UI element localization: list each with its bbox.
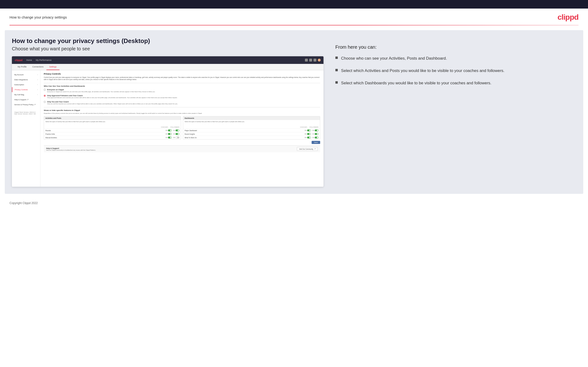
radio-desc-followers: Only approved followers and coaches you … <box>47 97 177 99</box>
radio-circle-followers <box>44 95 46 97</box>
external-link-icon: ↗ <box>314 148 316 150</box>
sidebar-data-integrations: Data Integrations › <box>12 77 40 82</box>
mock-save-button[interactable]: Save <box>311 141 320 144</box>
list-item-2: Select which Activities and Posts you wo… <box>335 68 576 74</box>
dashboards-table-header: Dashboards <box>183 117 320 120</box>
radio-everyone: Everyone on Clippd Everyone on Clippd ca… <box>44 89 320 93</box>
radio-label-everyone: Everyone on Clippd <box>47 89 155 91</box>
mock-help-title: Help & Support <box>46 147 96 150</box>
dashboards-table-desc: Select the types of activity that you'd … <box>183 120 320 123</box>
table-row-what-to-work-on: What To Work On ON ON <box>183 136 320 139</box>
activities-table-desc: Select the types of activity that you'd … <box>44 120 181 123</box>
mock-tabs: My Profile Connections Settings <box>12 64 323 70</box>
list-item-1: Choose who can see your Activities, Post… <box>335 56 576 61</box>
mock-navbar: clippd Home My Performance <box>12 56 323 64</box>
toggle-ri-coaches: ON <box>304 133 311 135</box>
mock-divider-1 <box>44 83 320 83</box>
sidebar-version: Clippd Client Version: 2022.8.2SQL Serve… <box>12 109 40 117</box>
toggle-pd-coaches: ON <box>304 129 311 131</box>
chevron-icon: › <box>37 89 38 91</box>
mock-tables: Activities and Posts Select the types of… <box>44 116 320 139</box>
sidebar-my-golf-bag: My Golf Bag › <box>12 92 40 97</box>
dashboards-table-subheader: COACHES FOLLOWERS <box>183 126 320 128</box>
header-title: How to change your privacy settings <box>9 15 67 19</box>
activities-table-header: Activities and Posts <box>44 117 181 120</box>
dashboards-table: Dashboards Select the types of activity … <box>183 116 320 139</box>
mock-nav-performance: My Performance <box>36 59 51 61</box>
sidebar-my-account: My Account › <box>12 72 40 77</box>
radio-label-followers: Only Approved Followers and Your Coach <box>47 94 177 97</box>
bullet-text-1: Choose who can see your Activities, Post… <box>341 56 447 61</box>
sidebar-help-support: Help & Support ↗ <box>12 97 40 102</box>
chevron-icon: › <box>37 79 38 81</box>
bullet-square-1 <box>335 57 338 59</box>
page-subheading: Choose what you want people to see <box>12 46 323 51</box>
toggle-practice-followers: ON <box>173 133 179 135</box>
mock-visit-community-button[interactable]: Visit Our Community ↗ <box>297 147 318 151</box>
chevron-icon: › <box>37 84 38 85</box>
bullet-text-2: Select which Activities and Posts you wo… <box>341 68 504 74</box>
page-heading: How to change your privacy settings (Des… <box>12 37 323 45</box>
sidebar-privacy-controls: Privacy Controls › <box>12 87 40 92</box>
bullet-square-3 <box>335 81 338 83</box>
radio-followers-coach: Only Approved Followers and Your Coach O… <box>44 94 320 99</box>
toggle-rounds-coaches: ON <box>165 129 172 131</box>
toggle-pd-followers: ON <box>312 129 319 131</box>
header: How to change your privacy settings clip… <box>0 8 588 25</box>
mock-nav-home: Home <box>26 59 32 61</box>
mock-show-hide-desc: Regardless of the privacy controls that … <box>44 112 320 114</box>
activities-table: Activities and Posts Select the types of… <box>44 116 181 139</box>
bullet-square-2 <box>335 69 338 71</box>
toggle-rounds-followers: ON <box>173 129 179 131</box>
mock-sidebar: My Account › Data Integrations › Subscri… <box>12 70 40 187</box>
mock-main-panel: Privacy Controls Control how you and you… <box>40 70 323 187</box>
bullet-text-3: Select which Dashboards you would like t… <box>341 80 492 86</box>
table-row-player-dashboard: Player Dashboard ON ON <box>183 128 320 132</box>
radio-desc-everyone: Everyone on Clippd can search for you an… <box>47 91 155 93</box>
mock-divider-2 <box>44 107 320 107</box>
top-bar <box>0 0 588 8</box>
sidebar-service-privacy: Service & Privacy Policy ↗ <box>12 102 40 107</box>
table-row-round-insights: Round Insights ON ON <box>183 132 320 136</box>
toggle-manual-coaches: ON <box>165 137 172 139</box>
sidebar-subscription: Subscription › <box>12 82 40 87</box>
mock-help-section: Help & Support Visit our Clippd communit… <box>44 145 320 152</box>
radio-desc-you: Only you and the coaches you connect wit… <box>47 103 178 105</box>
table-row-manual: Manual Activities ON ON <box>44 136 181 139</box>
right-panel: From here you can: Choose who can see yo… <box>333 37 576 187</box>
main-content: How to change your privacy settings (Des… <box>5 30 583 194</box>
from-here-title: From here you can: <box>335 44 576 50</box>
radio-label-you: Only You and Your Coach <box>47 101 178 103</box>
list-item-3: Select which Dashboards you would like t… <box>335 80 576 86</box>
radio-circle-you <box>44 101 46 103</box>
toggle-ri-followers: ON <box>312 133 319 135</box>
radio-you-coach: Only You and Your Coach Only you and the… <box>44 101 320 105</box>
toggle-practice-coaches: ON <box>165 133 172 135</box>
tab-connections: Connections <box>29 64 46 70</box>
mock-who-title: Who Can See Your Activities and Dashboar… <box>44 85 320 87</box>
chevron-icon: › <box>37 74 38 75</box>
left-panel: How to change your privacy settings (Des… <box>12 37 323 187</box>
mock-radio-group: Everyone on Clippd Everyone on Clippd ca… <box>44 89 320 105</box>
mock-help-desc: Visit our Clippd community to troublesho… <box>46 150 96 151</box>
mock-body: My Account › Data Integrations › Subscri… <box>12 70 323 187</box>
mock-logo: clippd <box>15 59 22 61</box>
grid-icon <box>309 59 312 61</box>
tab-my-profile: My Profile <box>15 64 29 70</box>
search-icon <box>305 59 308 61</box>
bullet-list: Choose who can see your Activities, Post… <box>335 56 576 86</box>
mock-save-row: Save <box>44 139 320 145</box>
chevron-icon: › <box>37 94 38 95</box>
table-row-practice: Practice Drills ON ON <box>44 132 181 136</box>
footer: Copyright Clippd 2022 <box>0 199 588 208</box>
copyright-text: Copyright Clippd 2022 <box>9 201 38 205</box>
header-divider <box>9 25 579 25</box>
settings-icon <box>313 59 316 61</box>
table-row-rounds: Rounds ON ON <box>44 128 181 132</box>
screenshot-mockup: clippd Home My Performance My Profile Co… <box>12 56 323 187</box>
mock-nav-icons <box>305 59 321 61</box>
mock-show-hide-title: Show or hide specific features in Clippd <box>44 109 320 111</box>
mock-section-desc: Control how you and your data appears to… <box>44 76 320 81</box>
activities-table-subheader: COACHES FOLLOWERS <box>44 126 181 128</box>
avatar-icon <box>318 59 321 61</box>
